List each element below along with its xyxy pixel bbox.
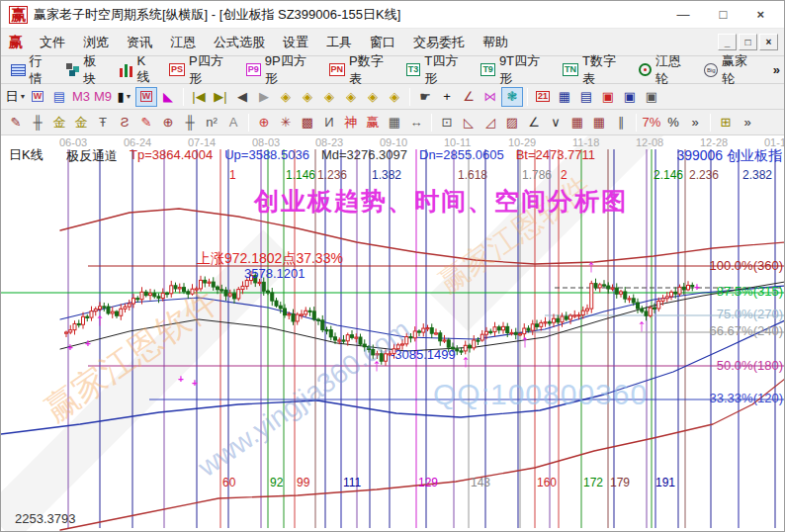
draw-tool-icon-19[interactable]: ↔: [405, 113, 427, 133]
nav-tool-icon-17[interactable]: ◈: [362, 87, 384, 107]
nav-tool-icon-1[interactable]: W: [27, 87, 48, 107]
toolbar-label: 行情: [30, 52, 54, 88]
close-button[interactable]: ×: [756, 5, 764, 25]
cycle-count-label: 60: [222, 476, 235, 489]
draw-tool-icon-7[interactable]: ⊕: [157, 113, 179, 133]
chart-canvas[interactable]: ↑↑↑↑↑↑+++++ 日K线 06-0306-2407-1408-0308-2…: [1, 135, 785, 532]
cycle-count-label: 191: [655, 476, 675, 489]
draw-tool-icon-18[interactable]: ▦: [384, 113, 405, 133]
fib-ratio-label: 2.146: [654, 168, 683, 182]
nav-tool-icon-29[interactable]: ▣: [597, 87, 619, 107]
minimize-button[interactable]: —: [677, 5, 690, 25]
nav-tool-icon-15[interactable]: ◈: [318, 87, 340, 107]
draw-tool-icon-32[interactable]: %: [662, 113, 684, 133]
draw-tool-icon-31[interactable]: 7%: [641, 113, 662, 133]
draw-tool-icon-14[interactable]: ▩: [297, 113, 318, 133]
nav-tool-icon-10[interactable]: ▶|: [210, 87, 231, 107]
cycle-count-label: 129: [418, 476, 438, 489]
nav-tool-icon-24[interactable]: ❃: [501, 87, 523, 107]
nav-tool-icon-21[interactable]: +: [436, 87, 458, 107]
nav-tool-icon-11[interactable]: ◀: [231, 87, 253, 107]
nav-tool-icon-22[interactable]: ∠: [458, 87, 480, 107]
draw-tool-icon-21[interactable]: ⊡: [436, 113, 458, 133]
draw-tool-icon-13[interactable]: ✳: [275, 113, 297, 133]
toolbar-label: T四方形: [424, 52, 469, 88]
nav-tool-icon-9[interactable]: |◀: [188, 87, 210, 107]
draw-tool-icon-5[interactable]: Ƨ: [114, 113, 135, 133]
date-tick: 12-08: [636, 136, 663, 148]
nav-tool-icon-20[interactable]: ☛: [414, 87, 436, 107]
nav-tool-icon-16[interactable]: ◈: [340, 87, 362, 107]
draw-tool-icon-2[interactable]: 金: [48, 113, 70, 133]
draw-tool-icon-15[interactable]: И: [318, 113, 340, 133]
draw-tool-icon-28[interactable]: ▦: [588, 113, 610, 133]
nav-tool-icon-31[interactable]: ▣: [641, 87, 662, 107]
draw-tool-icon-23[interactable]: ◿: [480, 113, 501, 133]
mdi-minimize-button[interactable]: _: [718, 34, 737, 50]
nav-tool-icon-13[interactable]: ◈: [275, 87, 297, 107]
draw-tool-icon-17[interactable]: 赢: [362, 113, 384, 133]
toolbar-label: 江恩轮: [655, 52, 693, 88]
nav-tool-icon-5[interactable]: ▮▼: [114, 87, 135, 107]
nav-tool-icon-0[interactable]: 日▼: [5, 87, 27, 107]
nav-tool-icon-4[interactable]: M9: [92, 87, 114, 107]
nav-tool-icon-26[interactable]: 21: [532, 87, 554, 107]
window-title: 赢家老子时空周期系统[纵横版] - [创业板指 SZ399006-155日K线]: [34, 6, 400, 24]
nav-tool-icon-18[interactable]: ◈: [384, 87, 405, 107]
menu-资讯[interactable]: 资讯: [118, 31, 161, 54]
draw-tool-icon-0[interactable]: ✎: [5, 113, 27, 133]
toolbar-label: 9T四方形: [499, 52, 551, 88]
toolbar-separator: [710, 114, 711, 132]
buy-arrow: ↑: [373, 355, 382, 375]
draw-tool-icon-16[interactable]: 神: [340, 113, 362, 133]
bottom-price-label: 2253.3793: [15, 511, 75, 526]
nav-tool-icon-23[interactable]: ⋈: [480, 87, 501, 107]
nav-tool-icon-6[interactable]: W: [135, 87, 157, 107]
buy-arrow: ↑: [638, 315, 647, 335]
swing-high-label: 3578.1201: [244, 266, 305, 281]
buy-arrow: ↑: [462, 351, 471, 371]
draw-tool-icon-25[interactable]: ∠: [523, 113, 545, 133]
draw-tool-icon-3[interactable]: 金: [70, 113, 92, 133]
toolbar-separator: [183, 88, 184, 106]
fib-ratio-label: 2.236: [689, 168, 719, 182]
percent-level-label: 66.67%(240): [710, 323, 783, 338]
draw-tool-icon-4[interactable]: Ŧ: [92, 113, 114, 133]
nav-tool-icon-2[interactable]: ▤: [48, 87, 70, 107]
table-icon: [11, 64, 26, 76]
draw-tool-icon-10[interactable]: A: [222, 113, 244, 133]
draw-tool-icon-26[interactable]: ∨: [545, 113, 567, 133]
draw-tool-icon-8[interactable]: ╫: [179, 113, 201, 133]
nav-tool-icon-7[interactable]: ◣: [157, 87, 179, 107]
draw-tool-icon-9[interactable]: n²: [201, 113, 222, 133]
nav-tool-icon-3[interactable]: M3: [70, 87, 92, 107]
fib-ratio-label: 1.146: [286, 168, 315, 182]
draw-tool-icon-33[interactable]: »: [684, 113, 706, 133]
draw-tool-icon-24[interactable]: ▨: [501, 113, 523, 133]
nav-tool-icon-14[interactable]: ◈: [297, 87, 318, 107]
draw-tool-icon-27[interactable]: ▦: [567, 113, 588, 133]
indicator-value: Bt=2473.7711: [516, 147, 595, 165]
draw-tool-icon-12[interactable]: ⊕: [253, 113, 275, 133]
nav-tool-icon-28[interactable]: ▤: [575, 87, 597, 107]
maximize-button[interactable]: □: [720, 5, 728, 25]
mdi-close-button[interactable]: ×: [759, 34, 778, 50]
nav-tool-icon-30[interactable]: ▣: [619, 87, 641, 107]
signal-plus-mark: +: [85, 338, 91, 349]
draw-tool-icon-6[interactable]: ✎: [135, 113, 157, 133]
draw-tool-icon-1[interactable]: ╫: [27, 113, 48, 133]
draw-tool-icon-36[interactable]: »: [737, 113, 758, 133]
draw-tool-icon-22[interactable]: ◺: [458, 113, 480, 133]
toolbar-button-K线[interactable]: K线: [114, 51, 163, 88]
mdi-restore-button[interactable]: □: [739, 34, 757, 50]
nav-tool-icon-27[interactable]: ▦: [554, 87, 575, 107]
draw-tool-icon-29[interactable]: ∥: [610, 113, 632, 133]
toolbar-overflow-chevron[interactable]: »: [773, 62, 780, 77]
cycle-count-label: 179: [610, 476, 630, 489]
toolbar-separator: [527, 88, 528, 106]
nav-tool-icon-12[interactable]: ▶: [253, 87, 275, 107]
wheel-icon: [639, 63, 652, 76]
swing-low-label: -3085.1499: [391, 347, 456, 362]
draw-tool-icon-35[interactable]: ⊞: [715, 113, 737, 133]
cycle-count-label: 172: [583, 476, 603, 489]
